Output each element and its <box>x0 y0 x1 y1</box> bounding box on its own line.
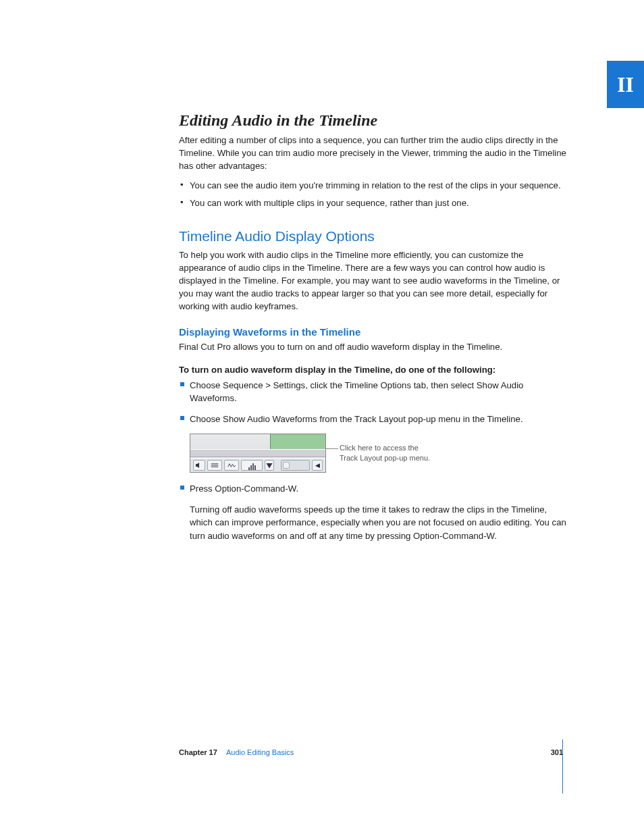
timeline-ruler <box>190 449 325 457</box>
page-heading: Editing Audio in the Timeline <box>179 111 567 130</box>
scrollbar-icon <box>281 460 310 471</box>
track-layout-icon <box>241 460 263 471</box>
speaker-icon <box>193 460 205 471</box>
waveform-icon <box>224 460 239 471</box>
closing-paragraph: Turning off audio waveforms speeds up th… <box>190 503 567 542</box>
figure-row: ◀ Click here to access the Track Layout … <box>190 434 567 473</box>
content-column: Editing Audio in the Timeline After edit… <box>179 111 567 542</box>
step-1: Choose Sequence > Settings, click the Ti… <box>179 379 567 405</box>
footer-chapter-title: Audio Editing Basics <box>226 748 294 756</box>
timeline-figure: ◀ <box>190 434 326 473</box>
subsection-heading: Displaying Waveforms in the Timeline <box>179 326 567 338</box>
scroll-left-icon: ◀ <box>312 460 323 471</box>
steps-lead: To turn on audio waveform display in the… <box>179 363 567 376</box>
subsection-body: Final Cut Pro allows you to turn on and … <box>179 340 567 353</box>
track-layout-popup-icon <box>265 460 274 471</box>
footer-page-number: 301 <box>551 748 563 756</box>
timeline-clip <box>270 434 325 450</box>
step-3: Press Option-Command-W. <box>179 482 567 495</box>
side-rule <box>562 739 563 793</box>
intro-bullet-list: You can see the audio item you're trimmi… <box>179 179 567 209</box>
figure-callout: Click here to access the Track Layout po… <box>340 443 434 463</box>
svg-marker-0 <box>267 463 273 469</box>
section-tab: II <box>607 61 644 108</box>
lines-icon <box>207 460 222 471</box>
section-heading: Timeline Audio Display Options <box>179 228 567 244</box>
steps-list-cont: Press Option-Command-W. <box>179 482 567 495</box>
intro-bullet-1: You can see the audio item you're trimmi… <box>179 179 567 192</box>
page-footer: Chapter 17 Audio Editing Basics 301 <box>179 748 563 756</box>
intro-paragraph: After editing a number of clips into a s… <box>179 134 567 172</box>
timeline-toolbar: ◀ <box>190 458 325 472</box>
intro-bullet-2: You can work with multiple clips in your… <box>179 197 567 209</box>
section-body: To help you work with audio clips in the… <box>179 249 567 313</box>
steps-list: Choose Sequence > Settings, click the Ti… <box>179 379 567 425</box>
footer-chapter-label: Chapter 17 <box>179 748 217 756</box>
step-2: Choose Show Audio Waveforms from the Tra… <box>179 413 567 425</box>
